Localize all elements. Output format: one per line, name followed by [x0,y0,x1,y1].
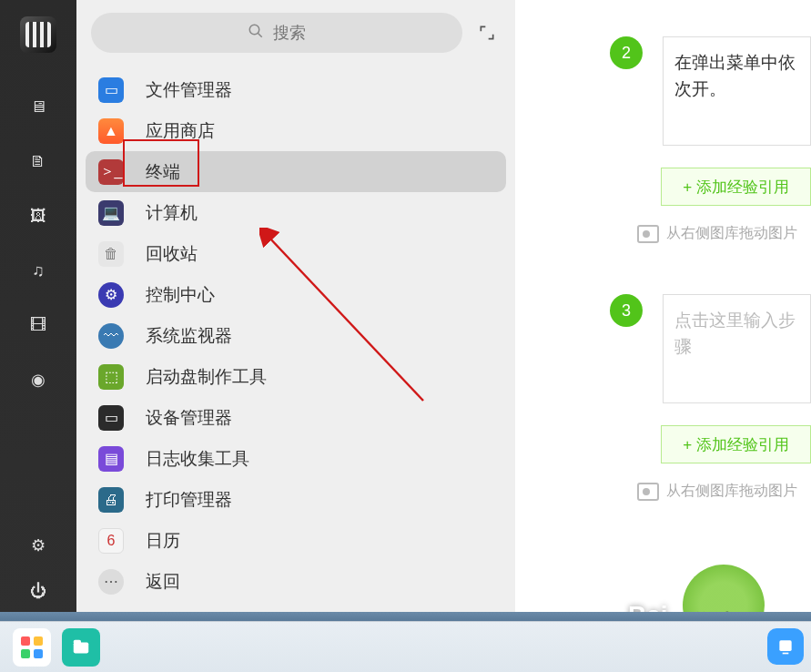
svg-rect-6 [783,653,789,655]
search-input[interactable]: 搜索 [91,13,462,53]
app-label: 打印管理器 [146,488,232,512]
app-file-manager[interactable]: ▭ 文件管理器 [86,69,506,110]
step-placeholder: 点击这里输入步骤 [674,311,796,356]
app-store-icon: ▲ [98,118,124,144]
category-documents-icon[interactable]: 🗎 [28,151,48,171]
back-icon: ⋯ [98,569,124,595]
launcher-logo-icon [21,636,43,658]
system-monitor-icon: 〰 [98,323,124,349]
app-label: 计算机 [146,201,198,225]
boot-maker-icon: ⬚ [98,364,124,390]
add-reference-label: + 添加经验引用 [683,177,789,198]
app-label: 文件管理器 [146,78,232,102]
app-device-manager[interactable]: ▭ 设备管理器 [86,397,506,438]
app-label: 终端 [146,160,180,184]
app-label: 应用商店 [146,119,215,143]
image-placeholder-icon [637,483,659,501]
settings-icon[interactable]: ⚙ [28,535,48,555]
app-list: ▭ 文件管理器 ▲ 应用商店 ＞_ 终端 💻 计算机 🗑 回收站 ⚙ 控制中心 [76,66,515,602]
drag-hint-text: 从右侧图库拖动图片 [666,482,797,501]
computer-icon: 💻 [98,200,124,226]
add-reference-label: + 添加经验引用 [683,434,789,455]
app-boot-maker[interactable]: ⬚ 启动盘制作工具 [86,356,506,397]
app-label: 日历 [146,529,180,553]
app-label: 回收站 [146,242,198,266]
taskbar-launcher-button[interactable] [13,628,51,667]
image-placeholder-icon [637,225,659,243]
search-icon [248,23,264,44]
category-desktop-icon[interactable]: 🖥 [28,97,48,117]
app-label: 返回 [146,570,180,594]
add-reference-button[interactable]: + 添加经验引用 [661,168,811,206]
app-trash[interactable]: 🗑 回收站 [86,233,506,274]
launcher-panel: 搜索 ▭ 文件管理器 ▲ 应用商店 ＞_ 终端 💻 计算机 [76,0,515,619]
category-video-icon[interactable]: 🎞 [28,315,48,335]
step-2: 2 在弹出菜单中依次开。 [610,36,811,146]
drag-image-hint: 从右侧图库拖动图片 [637,482,811,501]
step-3: 3 点击这里输入步骤 [610,294,811,403]
step-text-input[interactable]: 在弹出菜单中依次开。 [663,36,811,146]
svg-point-0 [249,25,259,35]
step-text: 在弹出菜单中依次开。 [674,53,796,98]
svg-line-1 [258,33,262,37]
category-rail: 🖥 🗎 🖼 ♫ 🎞 ◉ ⚙ ⏻ [0,0,76,619]
category-other-icon[interactable]: ◉ [28,370,48,390]
search-placeholder: 搜索 [273,22,306,44]
instruction-column: 2 在弹出菜单中依次开。 + 添加经验引用 从右侧图库拖动图片 3 点击这里输入… [610,36,811,552]
app-terminal[interactable]: ＞_ 终端 [86,151,506,192]
log-collector-icon: ▤ [98,446,124,472]
file-manager-icon: ▭ [98,77,124,103]
app-back[interactable]: ⋯ 返回 [86,561,506,602]
app-label: 控制中心 [146,283,215,307]
user-avatar[interactable] [20,16,56,53]
taskbar-file-manager-button[interactable] [62,628,100,667]
app-store[interactable]: ▲ 应用商店 [86,110,506,151]
trash-icon: 🗑 [98,241,124,267]
app-control-center[interactable]: ⚙ 控制中心 [86,274,506,315]
taskbar [0,621,811,672]
step-number-badge: 2 [610,36,643,69]
svg-rect-5 [779,640,791,651]
wallpaper [0,612,811,621]
terminal-icon: ＞_ [98,159,124,185]
svg-rect-4 [74,639,81,644]
app-label: 系统监视器 [146,324,232,348]
step-number-badge: 3 [610,294,643,327]
taskbar-show-desktop-button[interactable] [767,628,804,665]
calendar-icon: 6 [98,528,124,554]
app-print-manager[interactable]: 🖨 打印管理器 [86,479,506,520]
app-computer[interactable]: 💻 计算机 [86,192,506,233]
app-log-collector[interactable]: ▤ 日志收集工具 [86,438,506,479]
step-text-input[interactable]: 点击这里输入步骤 [663,294,811,403]
device-manager-icon: ▭ [98,405,124,431]
app-label: 日志收集工具 [146,447,249,471]
app-label: 设备管理器 [146,406,232,430]
control-center-icon: ⚙ [98,282,124,308]
category-pictures-icon[interactable]: 🖼 [28,206,48,226]
app-label: 启动盘制作工具 [146,365,267,389]
app-calendar[interactable]: 6 日历 [86,520,506,561]
category-music-icon[interactable]: ♫ [28,260,48,280]
app-system-monitor[interactable]: 〰 系统监视器 [86,315,506,356]
drag-hint-text: 从右侧图库拖动图片 [666,224,797,243]
add-reference-button[interactable]: + 添加经验引用 [661,425,811,463]
expand-icon[interactable] [473,19,501,46]
print-manager-icon: 🖨 [98,487,124,513]
drag-image-hint: 从右侧图库拖动图片 [637,224,811,243]
power-icon[interactable]: ⏻ [28,581,48,601]
